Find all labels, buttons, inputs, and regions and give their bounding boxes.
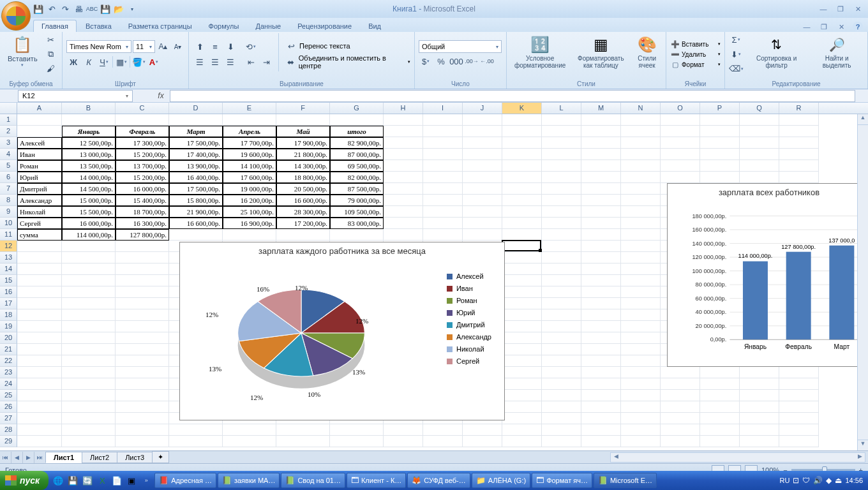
cell-N20[interactable] [621, 332, 661, 344]
fill-color-icon[interactable]: 🪣 [131, 55, 146, 69]
scroll-left-icon[interactable]: ◀ [611, 453, 621, 462]
cell-D10[interactable]: 16 600,00р. [169, 218, 223, 229]
cell-F1[interactable] [276, 114, 330, 126]
cell-Q5[interactable] [740, 160, 779, 172]
cell-K25[interactable] [502, 390, 542, 401]
cell-K5[interactable] [502, 160, 542, 172]
cell-O25[interactable] [661, 390, 700, 401]
cell-F5[interactable]: 14 300,00р. [276, 160, 330, 172]
col-header-C[interactable]: C [116, 103, 169, 114]
cell-B2[interactable]: Январь [62, 126, 116, 137]
cell-K9[interactable] [502, 206, 542, 218]
tray-app-icon[interactable]: ◆ [826, 476, 832, 485]
cell-B15[interactable] [62, 275, 116, 286]
cell-K1[interactable] [502, 114, 542, 126]
cell-Q25[interactable] [740, 390, 779, 401]
tray-shield-icon[interactable]: 🛡 [802, 476, 810, 485]
cell-R1[interactable] [779, 114, 819, 126]
wrap-text-button[interactable]: ↩Перенос текста [284, 39, 410, 53]
col-header-Q[interactable]: Q [740, 103, 779, 114]
col-header-L[interactable]: L [542, 103, 581, 114]
cell-K10[interactable] [502, 218, 542, 229]
cell-A7[interactable]: Дмитрий [17, 183, 62, 195]
taskbar-item[interactable]: 📗заявки МА… [218, 473, 280, 488]
sheet-prev-icon[interactable]: ◀ [11, 452, 23, 463]
cell-L4[interactable] [542, 149, 581, 160]
cell-M21[interactable] [581, 344, 621, 355]
cell-Q4[interactable] [740, 149, 779, 160]
name-box[interactable]: K12 [18, 90, 133, 102]
row-header-29[interactable]: 29 [0, 436, 17, 447]
cell-L11[interactable] [542, 229, 581, 241]
cell-N25[interactable] [621, 390, 661, 401]
cell-F28[interactable] [276, 424, 330, 436]
redo-icon[interactable]: ↷ [60, 4, 70, 14]
cell-M13[interactable] [581, 252, 621, 264]
cell-N27[interactable] [621, 413, 661, 424]
cell-N22[interactable] [621, 355, 661, 367]
cell-N11[interactable] [621, 229, 661, 241]
col-header-I[interactable]: I [423, 103, 463, 114]
cell-B24[interactable] [62, 378, 116, 390]
tab-view[interactable]: Вид [361, 20, 389, 32]
cell-P27[interactable] [700, 413, 740, 424]
cell-A23[interactable] [17, 367, 62, 378]
cell-L28[interactable] [542, 424, 581, 436]
cell-M23[interactable] [581, 367, 621, 378]
cell-K27[interactable] [502, 413, 542, 424]
cell-E7[interactable]: 19 000,00р. [223, 183, 276, 195]
office-button[interactable] [1, 1, 31, 31]
cell-A8[interactable]: Александр [17, 195, 62, 206]
col-header-F[interactable]: F [276, 103, 330, 114]
tab-insert[interactable]: Вставка [78, 20, 119, 32]
cell-G1[interactable] [330, 114, 384, 126]
cell-A12[interactable] [17, 241, 62, 252]
cell-L17[interactable] [542, 298, 581, 309]
cell-K14[interactable] [502, 264, 542, 275]
cell-A4[interactable]: Иван [17, 149, 62, 160]
cell-M16[interactable] [581, 286, 621, 298]
cell-A22[interactable] [17, 355, 62, 367]
cell-A1[interactable] [17, 114, 62, 126]
cell-K6[interactable] [502, 172, 542, 183]
font-color-icon[interactable]: A [147, 55, 161, 69]
cell-F4[interactable]: 21 800,00р. [276, 149, 330, 160]
cell-J3[interactable] [463, 137, 502, 149]
cell-G11[interactable] [330, 229, 384, 241]
minimize-button[interactable]: — [816, 4, 831, 14]
cell-O1[interactable] [661, 114, 700, 126]
cell-N13[interactable] [621, 252, 661, 264]
cell-N5[interactable] [621, 160, 661, 172]
cell-N8[interactable] [621, 195, 661, 206]
cell-F8[interactable]: 16 600,00р. [276, 195, 330, 206]
cell-F6[interactable]: 18 800,00р. [276, 172, 330, 183]
cell-B26[interactable] [62, 401, 116, 413]
ql-excel-icon[interactable]: X [95, 473, 109, 488]
cell-C17[interactable] [116, 298, 169, 309]
cell-B19[interactable] [62, 321, 116, 332]
cell-L5[interactable] [542, 160, 581, 172]
cell-L27[interactable] [542, 413, 581, 424]
cell-L9[interactable] [542, 206, 581, 218]
cell-L24[interactable] [542, 378, 581, 390]
cell-D4[interactable]: 17 400,00р. [169, 149, 223, 160]
autosum-icon[interactable]: Σ [729, 33, 743, 47]
cell-Q24[interactable] [740, 378, 779, 390]
cell-O24[interactable] [661, 378, 700, 390]
cell-B23[interactable] [62, 367, 116, 378]
cell-C20[interactable] [116, 332, 169, 344]
row-header-22[interactable]: 22 [0, 355, 17, 367]
cell-C27[interactable] [116, 413, 169, 424]
cell-L1[interactable] [542, 114, 581, 126]
cell-B12[interactable] [62, 241, 116, 252]
cell-H6[interactable] [384, 172, 423, 183]
increase-indent-icon[interactable]: ⇥ [259, 55, 273, 69]
clock[interactable]: 14:56 [845, 477, 863, 484]
sheet-last-icon[interactable]: ⏭ [34, 452, 46, 463]
cell-G29[interactable] [330, 436, 384, 447]
cell-O26[interactable] [661, 401, 700, 413]
cell-M12[interactable] [581, 241, 621, 252]
cell-H9[interactable] [384, 206, 423, 218]
cell-A10[interactable]: Сергей [17, 218, 62, 229]
cell-P2[interactable] [700, 126, 740, 137]
